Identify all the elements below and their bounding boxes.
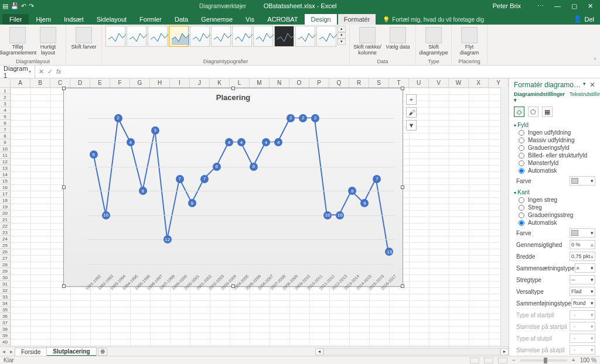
save-icon[interactable]: 💾 xyxy=(11,2,19,10)
data-point[interactable]: 4 xyxy=(274,138,282,146)
close-button[interactable]: ✕ xyxy=(583,1,598,11)
chart-style-3[interactable] xyxy=(148,26,168,47)
size-tab-icon[interactable]: ▦ xyxy=(542,107,553,117)
tab-file[interactable]: Filer xyxy=(2,14,29,25)
chart-style-10[interactable] xyxy=(295,26,315,47)
column-headers[interactable]: ABCDEFGHIJKLMNOPQRSTUVWXY xyxy=(11,78,509,88)
tab-view[interactable]: Vis xyxy=(240,14,260,25)
tab-home[interactable]: Hjem xyxy=(30,14,57,25)
opt-solid-line[interactable]: Streg xyxy=(519,204,595,211)
data-point[interactable]: 10 xyxy=(323,211,332,219)
section-border[interactable]: Kant xyxy=(514,189,595,195)
enter-formula-icon[interactable]: ✓ xyxy=(47,68,53,75)
data-point[interactable]: 6 xyxy=(213,163,221,171)
chart-style-11[interactable] xyxy=(316,26,336,47)
zoom-out-button[interactable]: − xyxy=(512,357,516,363)
horizontal-scrollbar[interactable]: ◂▸ xyxy=(315,348,509,355)
data-point[interactable]: 7 xyxy=(373,175,381,183)
tab-design[interactable]: Design xyxy=(305,14,336,25)
data-point[interactable]: 2 xyxy=(114,114,122,122)
change-colors-button[interactable]: Skift farver xyxy=(70,26,98,50)
chevron-down-icon[interactable]: ▾ xyxy=(29,69,31,74)
data-point[interactable]: 7 xyxy=(200,175,209,183)
chart-brush-button[interactable]: 🖌 xyxy=(406,107,417,118)
data-point[interactable]: 8 xyxy=(139,187,147,195)
tab-review[interactable]: Gennemse xyxy=(195,14,238,25)
opt-no-fill[interactable]: Ingen udfyldning xyxy=(519,129,595,136)
minimize-button[interactable]: — xyxy=(550,1,565,11)
user-name[interactable]: Peter Brix xyxy=(488,1,526,11)
opt-no-line[interactable]: Ingen streg xyxy=(519,197,595,203)
width-input[interactable]: 0,75 pkt▵ xyxy=(570,252,595,261)
pane-dropdown-icon[interactable]: ▾ xyxy=(583,81,586,89)
share-button[interactable]: 👤Del xyxy=(568,13,600,25)
chart-style-9[interactable] xyxy=(274,26,294,47)
sheet-nav-prev[interactable]: ◂ xyxy=(0,348,8,355)
fx-icon[interactable]: fx xyxy=(56,68,62,75)
chart-style-5[interactable] xyxy=(190,26,210,47)
data-point[interactable]: 6 xyxy=(250,163,258,171)
chart-style-gallery[interactable]: ▴ ▾ ▾ xyxy=(105,26,346,47)
data-point[interactable]: 10 xyxy=(336,211,344,219)
tab-format[interactable]: Formatér xyxy=(338,14,376,25)
sheet-tab-forside[interactable]: Forside xyxy=(15,348,47,356)
tab-formulas[interactable]: Formler xyxy=(134,14,168,25)
data-point[interactable]: 4 xyxy=(262,138,270,146)
opt-solid-fill[interactable]: Massiv udfyldning xyxy=(519,137,595,143)
ribbon-options-icon[interactable]: ⋯ xyxy=(533,1,548,11)
data-point[interactable]: 3 xyxy=(151,126,159,135)
fill-line-tab-icon[interactable]: ◇ xyxy=(514,107,524,117)
sheet-tab-slutplacering[interactable]: Slutplacering xyxy=(46,347,96,356)
chart-title[interactable]: Placering xyxy=(64,88,403,104)
opt-pattern-fill[interactable]: Mønsterfyld xyxy=(519,160,595,166)
data-point[interactable]: 12 xyxy=(163,235,172,243)
chart-filter-button[interactable]: ▼ xyxy=(406,120,417,131)
zoom-slider[interactable] xyxy=(520,359,567,362)
redo-icon[interactable]: ↷ xyxy=(29,2,34,10)
name-box[interactable]: Diagram 1▾ xyxy=(0,65,35,79)
data-point[interactable]: 13 xyxy=(385,248,393,256)
chart-style-6[interactable] xyxy=(211,26,231,47)
vertical-scrollbar[interactable] xyxy=(500,87,509,346)
chart-style-1[interactable] xyxy=(105,26,125,47)
tab-pagelayout[interactable]: Sidelayout xyxy=(91,14,132,25)
opt-gradient-fill[interactable]: Gradueringsfyld xyxy=(519,145,595,151)
opt-auto-line[interactable]: Automatisk xyxy=(519,219,595,226)
chart-object[interactable]: Placering 510248312797644644222101089713… xyxy=(63,88,403,287)
tab-insert[interactable]: Indsæt xyxy=(58,14,90,25)
quick-layout-button[interactable]: Hurtigt layout xyxy=(34,26,62,56)
chart-plus-button[interactable]: + xyxy=(406,94,417,105)
section-fill[interactable]: Fyld xyxy=(514,122,595,128)
transparency-input[interactable]: 0 %▵ xyxy=(570,240,595,249)
cap-type-select[interactable]: Flad▾ xyxy=(570,287,595,296)
tab-data[interactable]: Data xyxy=(169,14,194,25)
view-pagelayout-button[interactable] xyxy=(484,358,493,363)
zoom-value[interactable]: 100 % xyxy=(580,357,596,363)
effects-tab-icon[interactable]: ⬠ xyxy=(528,107,538,117)
plot-area[interactable]: 510248312797644644222101089713 xyxy=(87,106,394,263)
zoom-in-button[interactable]: + xyxy=(572,357,575,363)
chart-style-4[interactable] xyxy=(169,26,189,47)
data-point[interactable]: 4 xyxy=(127,138,135,146)
chart-style-2[interactable] xyxy=(127,26,146,47)
data-point[interactable]: 2 xyxy=(287,114,295,122)
add-sheet-button[interactable]: ⊕ xyxy=(98,348,107,356)
dash-type-select[interactable]: ─▾ xyxy=(570,275,595,284)
join-type-select[interactable]: Rund▾ xyxy=(571,298,595,308)
data-point[interactable]: 8 xyxy=(348,187,356,195)
maximize-button[interactable]: ▢ xyxy=(567,1,582,11)
pane-close-icon[interactable]: ✕ xyxy=(589,81,595,89)
select-all-cell[interactable] xyxy=(0,78,11,88)
cancel-formula-icon[interactable]: ✕ xyxy=(39,68,44,75)
opt-auto-fill[interactable]: Automatisk xyxy=(519,167,595,174)
view-normal-button[interactable] xyxy=(470,358,479,363)
pane-tab-chart-options[interactable]: Diagramindstillinger ▾ xyxy=(514,91,565,103)
pane-tab-text-options[interactable]: Tekstindstillinger xyxy=(570,91,600,103)
data-point[interactable]: 2 xyxy=(311,114,319,122)
chart-style-7[interactable] xyxy=(232,26,252,47)
data-point[interactable]: 5 xyxy=(90,150,98,159)
row-headers[interactable]: 1234567891011121314151617181920212223242… xyxy=(0,88,11,346)
collapse-ribbon-icon[interactable]: ˄ xyxy=(594,57,596,64)
tell-me[interactable]: 💡Fortæl mig, hvad du vil foretage dig xyxy=(377,15,490,25)
data-point[interactable]: 9 xyxy=(188,199,196,207)
